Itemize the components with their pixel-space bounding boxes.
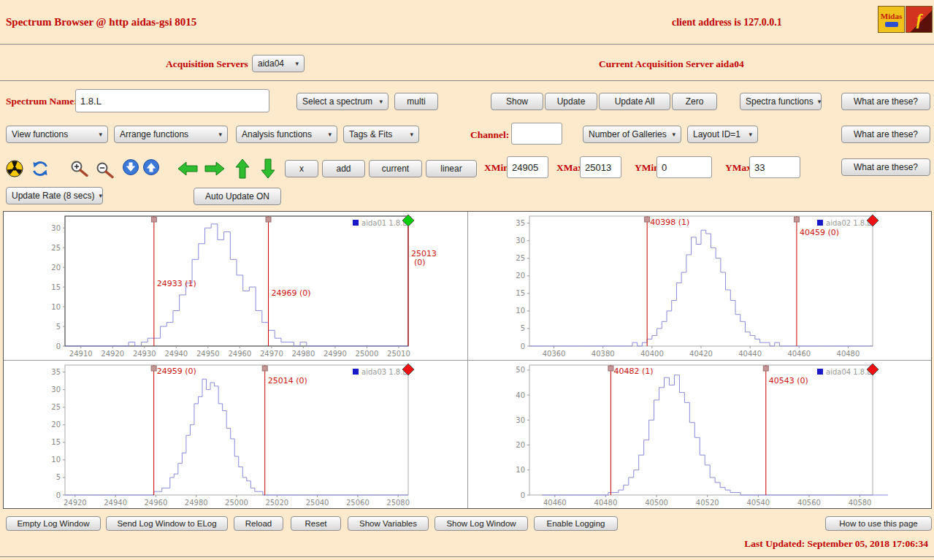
show-button[interactable]: Show — [491, 93, 543, 110]
legend-label: aida01 1.8.L — [361, 219, 407, 227]
ymin-input[interactable] — [657, 156, 712, 178]
x-button[interactable]: x — [285, 160, 318, 177]
select-spectrum-label: Select a spectrum — [302, 96, 372, 107]
number-of-galleries-dropdown[interactable]: Number of Galleries — [583, 126, 681, 143]
marker-handle[interactable] — [794, 217, 799, 222]
auto-update-button[interactable]: Auto Update ON — [194, 188, 281, 205]
scroll-down-icon[interactable] — [123, 159, 139, 175]
layout-id-label: Layout ID=1 — [693, 129, 740, 139]
xmin-input[interactable] — [507, 156, 548, 178]
midas-logo: Midas — [878, 6, 905, 33]
empty-log-window-button[interactable]: Empty Log Window — [6, 516, 101, 531]
client-address: client address is 127.0.0.1 — [672, 17, 782, 28]
update-rate-dropdown[interactable]: Update Rate (8 secs) — [6, 187, 103, 204]
arrange-functions-dropdown[interactable]: Arrange functions — [114, 126, 228, 143]
spectrum-panel-aida01[interactable]: 2491024920249302494024950249602497024980… — [4, 212, 467, 360]
zero-button[interactable]: Zero — [672, 93, 717, 110]
current-button[interactable]: current — [369, 160, 422, 177]
tags-fits-dropdown[interactable]: Tags & Fits — [343, 126, 419, 143]
spectrum-panel-aida04[interactable]: 4046040480405004052040540405604058001020… — [468, 361, 932, 509]
x-tick-label: 24990 — [324, 350, 347, 358]
x-tick-label: 25040 — [306, 499, 329, 507]
marker-handle[interactable] — [608, 366, 613, 371]
view-functions-dropdown[interactable]: View functions — [6, 126, 108, 143]
marker-handle[interactable] — [266, 217, 271, 222]
xmax-input[interactable] — [580, 156, 621, 178]
send-log-window-elog-button[interactable]: Send Log Window to ELog — [106, 516, 228, 531]
arrow-left-icon[interactable] — [177, 161, 198, 176]
spectrum-panel-aida02[interactable]: 4036040380404004042040440404604048005101… — [468, 212, 932, 360]
x-tick-label: 24930 — [133, 350, 156, 358]
arrow-down-icon[interactable] — [261, 158, 275, 179]
y-tick-label: 30 — [516, 415, 525, 423]
radiation-icon[interactable] — [6, 160, 23, 177]
x-tick-label: 40540 — [746, 499, 770, 507]
x-tick-label: 24980 — [291, 350, 315, 358]
x-tick-label: 25000 — [225, 499, 248, 507]
marker-handle[interactable] — [262, 366, 267, 371]
last-updated: Last Updated: September 05, 2018 17:06:3… — [744, 538, 928, 550]
spectra-functions-dropdown[interactable]: Spectra functions — [740, 93, 822, 110]
y-tick-label: 30 — [51, 386, 61, 394]
update-all-button[interactable]: Update All — [599, 93, 670, 110]
reset-button[interactable]: Reset — [291, 516, 341, 531]
ymin-label: YMin — [635, 162, 659, 174]
spectrum-name-input[interactable] — [75, 89, 269, 112]
x-tick-label: 25020 — [265, 499, 288, 507]
y-tick-label: 10 — [51, 303, 61, 311]
y-tick-label: 30 — [51, 224, 61, 232]
zoom-out-icon[interactable] — [95, 161, 115, 180]
spectrum-chart-aida04: 4046040480405004052040540405604058001020… — [468, 361, 931, 508]
scroll-up-icon[interactable] — [143, 159, 159, 175]
y-tick-label: 5 — [520, 324, 524, 332]
acquisition-server-select[interactable]: aida04 — [252, 55, 305, 72]
marker-handle[interactable] — [763, 366, 768, 371]
spectrum-panel-aida03[interactable]: 2492024940249602498025000250202504025060… — [4, 361, 467, 509]
what-are-these-button-2[interactable]: What are these? — [841, 126, 930, 143]
marker-label: 24969 (0) — [272, 288, 311, 298]
chevron-down-icon — [379, 98, 383, 105]
show-log-window-button[interactable]: Show Log Window — [435, 516, 528, 531]
show-variables-button[interactable]: Show Variables — [348, 516, 429, 531]
x-tick-label: 40380 — [591, 350, 614, 358]
spectrum-name-label: Spectrum Name: — [6, 96, 77, 107]
zoom-in-icon[interactable] — [69, 159, 90, 178]
analysis-functions-dropdown[interactable]: Analysis functions — [236, 126, 337, 143]
channel-input[interactable] — [511, 123, 562, 145]
marker-handle[interactable] — [644, 217, 649, 222]
x-tick-label: 25000 — [356, 350, 379, 358]
what-are-these-button-3[interactable]: What are these? — [841, 158, 930, 176]
arrow-up-icon[interactable] — [235, 158, 250, 179]
linear-button[interactable]: linear — [426, 160, 477, 177]
marker-label: 24959 (0) — [157, 366, 196, 375]
y-tick-label: 50 — [516, 366, 525, 374]
multi-button[interactable]: multi — [394, 93, 438, 110]
how-to-use-button[interactable]: How to use this page — [825, 516, 932, 531]
y-tick-label: 20 — [51, 421, 61, 429]
marker-handle[interactable] — [151, 217, 156, 222]
arrow-right-icon[interactable] — [204, 161, 225, 176]
y-tick-label: 0 — [56, 491, 61, 499]
facility-logo: f — [906, 6, 933, 33]
add-button[interactable]: add — [322, 160, 365, 177]
select-spectrum-dropdown[interactable]: Select a spectrum — [296, 93, 388, 110]
y-tick-label: 10 — [51, 456, 61, 464]
x-tick-label: 24940 — [164, 350, 188, 358]
x-tick-label: 40420 — [689, 350, 713, 358]
footer-divider — [0, 556, 934, 557]
reload-button[interactable]: Reload — [234, 516, 283, 531]
marker-label: 40543 (0) — [768, 375, 808, 385]
x-tick-label: 24960 — [145, 499, 168, 507]
legend-swatch — [817, 220, 823, 226]
enable-logging-button[interactable]: Enable Logging — [534, 516, 618, 531]
refresh-icon[interactable] — [31, 159, 50, 178]
update-button[interactable]: Update — [545, 93, 597, 110]
marker-handle[interactable] — [151, 366, 156, 371]
ymax-input[interactable] — [749, 156, 800, 178]
layout-id-dropdown[interactable]: Layout ID=1 — [687, 126, 758, 143]
what-are-these-button-1[interactable]: What are these? — [841, 93, 930, 110]
acquisition-divider — [0, 80, 934, 81]
marker-label: 25013(0) — [411, 249, 437, 267]
x-tick-label: 24940 — [104, 499, 127, 507]
y-tick-label: 20 — [516, 441, 525, 449]
